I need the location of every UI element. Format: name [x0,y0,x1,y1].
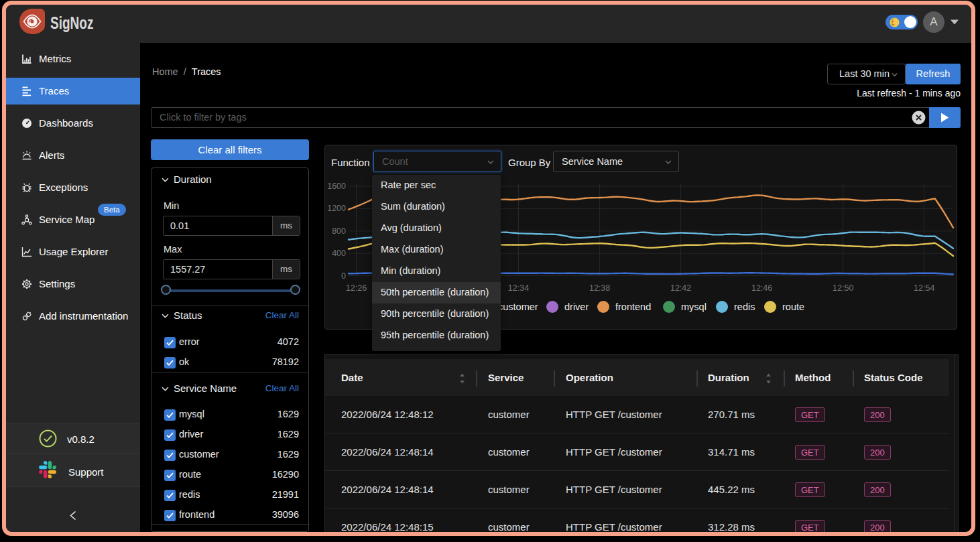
svg-text:0: 0 [341,271,346,281]
svg-text:mysql: mysql [681,301,707,312]
svg-text:12:38: 12:38 [589,283,610,293]
svg-text:12:42: 12:42 [670,283,691,293]
svg-text:800: 800 [332,226,346,236]
svg-text:1200: 1200 [327,204,346,213]
svg-text:12:34: 12:34 [508,283,529,293]
svg-text:1600: 1600 [327,182,346,191]
svg-text:12:50: 12:50 [833,283,853,293]
svg-text:12:26: 12:26 [346,283,367,293]
svg-text:driver: driver [564,301,589,312]
svg-text:frontend: frontend [615,301,651,312]
svg-text:12:46: 12:46 [751,283,772,293]
svg-text:route: route [782,301,804,312]
svg-text:customer: customer [498,301,538,312]
svg-text:400: 400 [332,249,346,258]
svg-text:12:54: 12:54 [914,283,934,293]
svg-text:redis: redis [734,301,755,312]
